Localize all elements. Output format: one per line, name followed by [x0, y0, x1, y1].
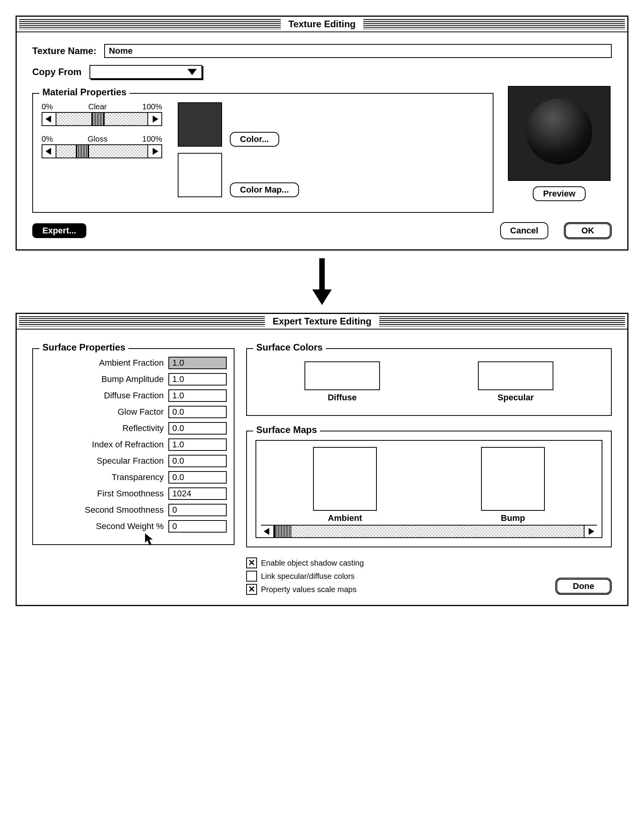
property-input[interactable] [168, 520, 227, 533]
property-label: Diffuse Fraction [104, 391, 164, 401]
texture-name-label: Texture Name: [32, 46, 96, 56]
maps-scrollbar[interactable] [261, 525, 597, 537]
shadow-casting-label: Enable object shadow casting [261, 559, 364, 568]
property-input[interactable] [168, 389, 227, 402]
shadow-casting-checkbox[interactable] [246, 557, 257, 568]
material-properties-title: Material Properties [39, 87, 130, 98]
property-row: Diffuse Fraction [40, 389, 227, 402]
titlebar[interactable]: Expert Texture Editing [17, 314, 627, 330]
cancel-button[interactable]: Cancel [500, 222, 548, 239]
clear-slider-max: 100% [142, 102, 162, 111]
property-input[interactable] [168, 406, 227, 418]
svg-marker-1 [153, 116, 158, 123]
property-row: Second Smoothness [40, 504, 227, 516]
ok-button[interactable]: OK [564, 222, 612, 239]
property-input[interactable] [168, 471, 227, 484]
svg-marker-2 [46, 148, 51, 155]
property-input[interactable] [168, 373, 227, 386]
surface-properties-title: Surface Properties [39, 342, 128, 353]
svg-marker-0 [46, 116, 51, 123]
property-input[interactable] [168, 504, 227, 516]
property-row: Second Weight % [40, 520, 227, 533]
property-input[interactable] [168, 438, 227, 451]
property-row: Transparency [40, 471, 227, 484]
svg-marker-3 [153, 148, 158, 155]
scale-maps-label: Property values scale maps [261, 585, 357, 594]
property-input[interactable] [168, 357, 227, 369]
property-label: Glow Factor [117, 407, 164, 417]
link-colors-checkbox[interactable] [246, 571, 257, 582]
property-label: First Smoothness [97, 489, 164, 499]
property-label: Specular Fraction [97, 456, 164, 466]
property-row: Specular Fraction [40, 455, 227, 467]
property-label: Reflectivity [122, 423, 164, 433]
surface-colors-group: Surface Colors Diffuse Specular [246, 348, 612, 416]
property-label: Bump Amplitude [102, 374, 164, 384]
surface-maps-title: Surface Maps [253, 424, 320, 435]
specular-label: Specular [498, 393, 534, 403]
expert-texture-editing-window: Expert Texture Editing Surface Propertie… [16, 313, 628, 606]
clear-slider: 0% Clear 100% [42, 102, 162, 126]
clear-slider-label: Clear [88, 102, 107, 111]
scale-maps-checkbox[interactable] [246, 584, 257, 595]
gloss-slider-min: 0% [42, 135, 53, 144]
arrow-left-icon[interactable] [261, 526, 274, 537]
diffuse-label: Diffuse [328, 393, 357, 403]
surface-properties-group: Surface Properties Ambient FractionBump … [32, 348, 234, 545]
window-title: Expert Texture Editing [267, 316, 377, 327]
property-row: Bump Amplitude [40, 373, 227, 386]
preview-button[interactable]: Preview [533, 186, 585, 201]
property-row: First Smoothness [40, 487, 227, 500]
arrow-left-icon[interactable] [42, 113, 56, 125]
specular-swatch[interactable] [478, 361, 553, 390]
property-label: Index of Refraction [92, 440, 164, 450]
done-button[interactable]: Done [555, 578, 612, 595]
slider-thumb[interactable] [91, 113, 105, 125]
property-row: Reflectivity [40, 422, 227, 435]
property-row: Index of Refraction [40, 438, 227, 451]
scrollbar-thumb[interactable] [274, 526, 291, 537]
gloss-slider: 0% Gloss 100% [42, 135, 162, 158]
arrow-down-icon [16, 258, 628, 305]
color-button[interactable]: Color... [230, 132, 279, 147]
property-label: Ambient Fraction [99, 358, 164, 368]
bump-label: Bump [501, 513, 525, 523]
surface-colors-title: Surface Colors [253, 342, 326, 353]
slider-thumb[interactable] [76, 145, 89, 158]
chevron-down-icon [187, 69, 197, 75]
gloss-slider-label: Gloss [88, 135, 107, 144]
window-title: Texture Editing [283, 19, 361, 30]
property-input[interactable] [168, 455, 227, 467]
ambient-label: Ambient [328, 513, 362, 523]
svg-marker-8 [589, 528, 594, 535]
arrow-right-icon[interactable] [147, 145, 161, 158]
expert-button[interactable]: Expert... [32, 223, 86, 238]
property-row: Glow Factor [40, 406, 227, 418]
gloss-slider-max: 100% [142, 135, 162, 144]
svg-marker-5 [312, 289, 332, 305]
copy-from-dropdown[interactable] [89, 65, 202, 79]
arrow-left-icon[interactable] [42, 145, 56, 158]
link-colors-label: Link specular/diffuse colors [261, 572, 355, 581]
titlebar[interactable]: Texture Editing [17, 17, 627, 32]
bump-map-swatch[interactable] [481, 447, 545, 511]
property-input[interactable] [168, 422, 227, 435]
colormap-swatch[interactable] [178, 153, 222, 197]
diffuse-swatch[interactable] [304, 361, 380, 390]
ambient-map-swatch[interactable] [313, 447, 377, 511]
surface-maps-group: Surface Maps Ambient Bump [246, 431, 612, 547]
color-swatch[interactable] [178, 102, 222, 147]
arrow-right-icon[interactable] [147, 113, 161, 125]
property-input[interactable] [168, 487, 227, 500]
copy-from-label: Copy From [32, 67, 82, 77]
property-row: Ambient Fraction [40, 357, 227, 369]
svg-marker-7 [264, 528, 269, 535]
texture-name-input[interactable] [104, 44, 612, 58]
material-properties-group: Material Properties 0% Clear 100% [32, 93, 494, 213]
property-label: Second Weight % [96, 521, 164, 531]
clear-slider-min: 0% [42, 102, 53, 111]
colormap-button[interactable]: Color Map... [230, 182, 299, 197]
property-label: Second Smoothness [85, 505, 164, 515]
texture-editing-window: Texture Editing Texture Name: Copy From … [16, 16, 628, 251]
arrow-right-icon[interactable] [584, 526, 597, 537]
